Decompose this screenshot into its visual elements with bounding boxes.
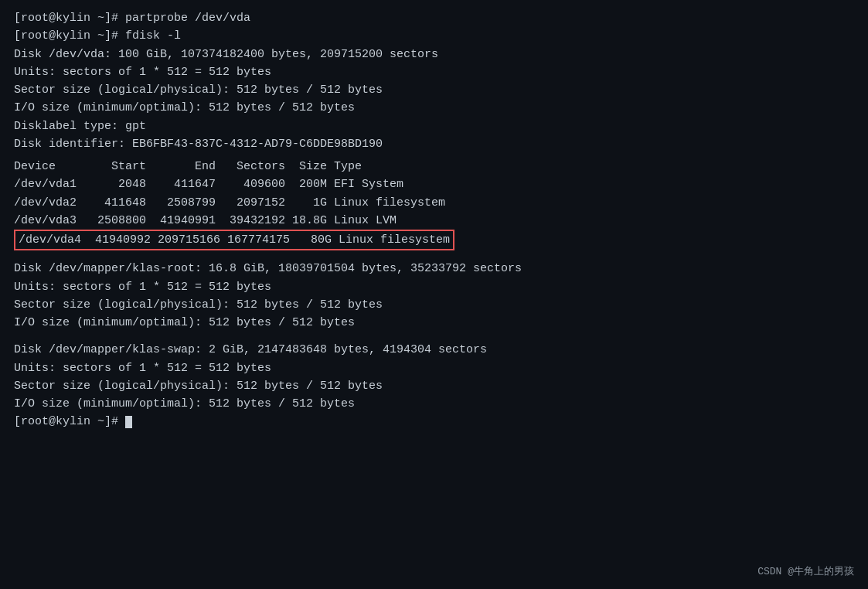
terminal-window: [root@kylin ~]# partprobe /dev/vda[root@… <box>0 0 868 589</box>
terminal-line: [root@kylin ~]# fdisk -l <box>14 27 854 45</box>
terminal-line: Disk /dev/mapper/klas-swap: 2 GiB, 21474… <box>14 341 854 359</box>
terminal-line: /dev/vda3 2508800 41940991 39432192 18.8… <box>14 212 854 230</box>
terminal-line: Disk /dev/vda: 100 GiB, 107374182400 byt… <box>14 46 854 63</box>
terminal-line: Disklabel type: gpt <box>14 117 854 135</box>
terminal-line: [root@kylin ~]# partprobe /dev/vda <box>14 9 854 27</box>
terminal-line: /dev/vda2 411648 2508799 2097152 1G Linu… <box>14 194 854 212</box>
terminal-line: Units: sectors of 1 * 512 = 512 bytes <box>14 278 854 296</box>
terminal-line: I/O size (minimum/optimal): 512 bytes / … <box>14 314 854 332</box>
prompt-line: [root@kylin ~]# <box>14 413 854 431</box>
highlighted-line: /dev/vda4 41940992 209715166 167774175 8… <box>14 230 854 250</box>
terminal-line: I/O size (minimum/optimal): 512 bytes / … <box>14 99 854 117</box>
terminal-line: Disk /dev/mapper/klas-root: 16.8 GiB, 18… <box>14 260 854 277</box>
terminal-line: Sector size (logical/physical): 512 byte… <box>14 296 854 314</box>
terminal-line: /dev/vda1 2048 411647 409600 200M EFI Sy… <box>14 175 854 193</box>
terminal-line: Sector size (logical/physical): 512 byte… <box>14 377 854 395</box>
terminal-line: Sector size (logical/physical): 512 byte… <box>14 81 854 99</box>
terminal-line: Units: sectors of 1 * 512 = 512 bytes <box>14 63 854 81</box>
watermark: CSDN @牛角上的男孩 <box>757 564 854 578</box>
terminal-line: Units: sectors of 1 * 512 = 512 bytes <box>14 359 854 377</box>
terminal-line: Disk identifier: EB6FBF43-837C-4312-AD79… <box>14 135 854 153</box>
terminal-line: I/O size (minimum/optimal): 512 bytes / … <box>14 395 854 413</box>
terminal-line: Device Start End Sectors Size Type <box>14 158 854 175</box>
